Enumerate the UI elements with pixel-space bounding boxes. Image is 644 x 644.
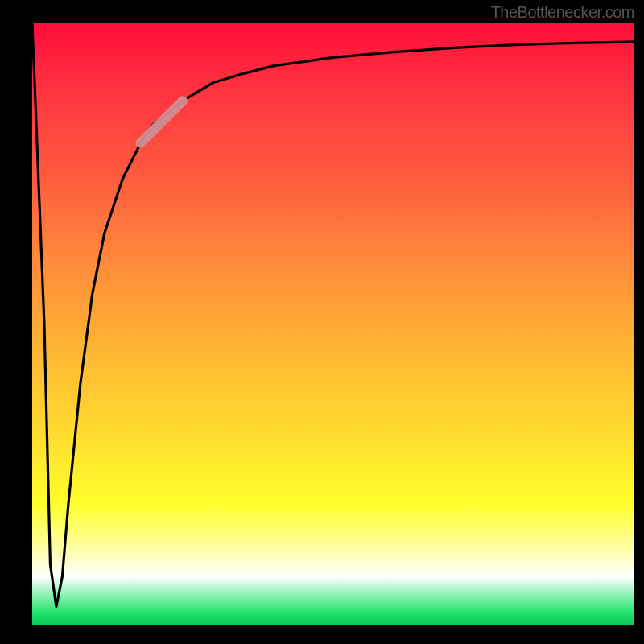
- plot-area: [32, 23, 634, 625]
- curve-highlight-segment: [141, 101, 183, 142]
- curve-svg: [32, 23, 634, 625]
- attribution-label: TheBottlenecker.com: [491, 3, 634, 22]
- bottleneck-curve: [32, 23, 634, 607]
- chart-container: TheBottlenecker.com: [0, 0, 644, 644]
